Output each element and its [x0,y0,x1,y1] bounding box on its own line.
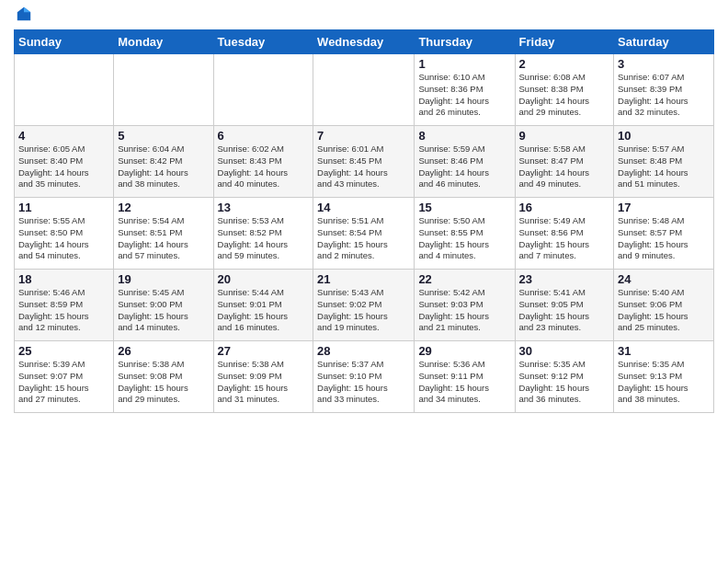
page: SundayMondayTuesdayWednesdayThursdayFrid… [0,0,728,563]
day-number: 6 [218,129,310,143]
logo [14,9,32,22]
calendar-cell: 2Sunrise: 6:08 AM Sunset: 8:38 PM Daylig… [515,54,614,126]
day-number: 5 [118,129,209,143]
logo-icon [16,6,32,22]
day-number: 27 [218,344,310,358]
calendar-header-sunday: Sunday [15,30,114,54]
day-number: 10 [618,129,710,143]
calendar-header-saturday: Saturday [614,30,714,54]
calendar-cell: 25Sunrise: 5:39 AM Sunset: 9:07 PM Dayli… [15,341,114,413]
calendar-cell: 7Sunrise: 6:01 AM Sunset: 8:45 PM Daylig… [313,126,415,198]
day-number: 31 [618,344,710,358]
calendar-cell: 29Sunrise: 5:36 AM Sunset: 9:11 PM Dayli… [415,341,515,413]
day-info: Sunrise: 6:02 AM Sunset: 8:43 PM Dayligh… [218,144,310,190]
calendar-cell: 20Sunrise: 5:44 AM Sunset: 9:01 PM Dayli… [213,270,313,341]
day-info: Sunrise: 5:43 AM Sunset: 9:02 PM Dayligh… [317,287,410,334]
day-number: 2 [519,57,610,71]
day-number: 23 [519,272,610,286]
day-number: 16 [519,201,610,214]
calendar-cell [313,54,415,126]
day-info: Sunrise: 5:48 AM Sunset: 8:57 PM Dayligh… [618,215,710,262]
calendar-cell [114,54,213,126]
calendar-cell: 21Sunrise: 5:43 AM Sunset: 9:02 PM Dayli… [313,270,415,341]
day-info: Sunrise: 6:04 AM Sunset: 8:42 PM Dayligh… [118,144,209,190]
day-number: 24 [618,272,710,286]
calendar-cell: 11Sunrise: 5:55 AM Sunset: 8:50 PM Dayli… [15,198,114,270]
calendar-header-monday: Monday [114,30,213,54]
day-number: 14 [317,201,410,214]
day-info: Sunrise: 6:10 AM Sunset: 8:36 PM Dayligh… [418,72,510,119]
day-number: 26 [118,344,209,358]
calendar-cell: 24Sunrise: 5:40 AM Sunset: 9:06 PM Dayli… [614,270,714,341]
day-info: Sunrise: 5:59 AM Sunset: 8:46 PM Dayligh… [418,144,510,190]
day-info: Sunrise: 6:01 AM Sunset: 8:45 PM Dayligh… [317,144,410,190]
day-info: Sunrise: 6:05 AM Sunset: 8:40 PM Dayligh… [18,144,109,190]
calendar-week-row: 18Sunrise: 5:46 AM Sunset: 8:59 PM Dayli… [15,270,714,341]
day-info: Sunrise: 5:35 AM Sunset: 9:13 PM Dayligh… [618,359,710,406]
calendar-cell: 22Sunrise: 5:42 AM Sunset: 9:03 PM Dayli… [415,270,515,341]
day-info: Sunrise: 5:44 AM Sunset: 9:01 PM Dayligh… [218,287,310,334]
day-number: 11 [18,201,109,214]
calendar-cell: 3Sunrise: 6:07 AM Sunset: 8:39 PM Daylig… [614,54,714,126]
calendar-cell: 27Sunrise: 5:38 AM Sunset: 9:09 PM Dayli… [213,341,313,413]
calendar-cell: 10Sunrise: 5:57 AM Sunset: 8:48 PM Dayli… [614,126,714,198]
calendar-cell: 18Sunrise: 5:46 AM Sunset: 8:59 PM Dayli… [15,270,114,341]
calendar-cell: 26Sunrise: 5:38 AM Sunset: 9:08 PM Dayli… [114,341,213,413]
day-info: Sunrise: 5:38 AM Sunset: 9:08 PM Dayligh… [118,359,209,406]
day-number: 30 [519,344,610,358]
day-info: Sunrise: 5:57 AM Sunset: 8:48 PM Dayligh… [618,144,710,190]
day-info: Sunrise: 5:58 AM Sunset: 8:47 PM Dayligh… [519,144,610,190]
day-number: 28 [317,344,410,358]
day-number: 3 [618,57,710,71]
day-info: Sunrise: 5:41 AM Sunset: 9:05 PM Dayligh… [519,287,610,334]
svg-marker-1 [24,7,30,12]
day-number: 13 [218,201,310,214]
calendar-header-row: SundayMondayTuesdayWednesdayThursdayFrid… [15,30,714,54]
day-number: 17 [618,201,710,214]
calendar-cell: 13Sunrise: 5:53 AM Sunset: 8:52 PM Dayli… [213,198,313,270]
day-info: Sunrise: 6:07 AM Sunset: 8:39 PM Dayligh… [618,72,710,119]
day-number: 9 [519,129,610,143]
calendar-header-friday: Friday [515,30,614,54]
calendar-cell: 4Sunrise: 6:05 AM Sunset: 8:40 PM Daylig… [15,126,114,198]
calendar-cell: 19Sunrise: 5:45 AM Sunset: 9:00 PM Dayli… [114,270,213,341]
calendar-week-row: 1Sunrise: 6:10 AM Sunset: 8:36 PM Daylig… [15,54,714,126]
day-number: 20 [218,272,310,286]
calendar-cell: 30Sunrise: 5:35 AM Sunset: 9:12 PM Dayli… [515,341,614,413]
day-info: Sunrise: 5:36 AM Sunset: 9:11 PM Dayligh… [418,359,510,406]
calendar-cell: 6Sunrise: 6:02 AM Sunset: 8:43 PM Daylig… [213,126,313,198]
calendar-cell: 23Sunrise: 5:41 AM Sunset: 9:05 PM Dayli… [515,270,614,341]
calendar-header-thursday: Thursday [415,30,515,54]
calendar-cell: 15Sunrise: 5:50 AM Sunset: 8:55 PM Dayli… [415,198,515,270]
day-info: Sunrise: 5:49 AM Sunset: 8:56 PM Dayligh… [519,215,610,262]
day-info: Sunrise: 5:55 AM Sunset: 8:50 PM Dayligh… [18,215,109,262]
header [14,9,714,22]
day-info: Sunrise: 5:46 AM Sunset: 8:59 PM Dayligh… [18,287,109,334]
day-info: Sunrise: 5:50 AM Sunset: 8:55 PM Dayligh… [418,215,510,262]
calendar-cell: 5Sunrise: 6:04 AM Sunset: 8:42 PM Daylig… [114,126,213,198]
day-info: Sunrise: 5:51 AM Sunset: 8:54 PM Dayligh… [317,215,410,262]
day-info: Sunrise: 5:42 AM Sunset: 9:03 PM Dayligh… [418,287,510,334]
calendar-cell: 1Sunrise: 6:10 AM Sunset: 8:36 PM Daylig… [415,54,515,126]
day-info: Sunrise: 6:08 AM Sunset: 8:38 PM Dayligh… [519,72,610,119]
calendar-cell: 14Sunrise: 5:51 AM Sunset: 8:54 PM Dayli… [313,198,415,270]
day-info: Sunrise: 5:40 AM Sunset: 9:06 PM Dayligh… [618,287,710,334]
day-number: 1 [418,57,510,71]
calendar-week-row: 4Sunrise: 6:05 AM Sunset: 8:40 PM Daylig… [15,126,714,198]
calendar-table: SundayMondayTuesdayWednesdayThursdayFrid… [14,29,714,413]
calendar-cell: 28Sunrise: 5:37 AM Sunset: 9:10 PM Dayli… [313,341,415,413]
day-info: Sunrise: 5:38 AM Sunset: 9:09 PM Dayligh… [218,359,310,406]
calendar-cell: 8Sunrise: 5:59 AM Sunset: 8:46 PM Daylig… [415,126,515,198]
calendar-week-row: 25Sunrise: 5:39 AM Sunset: 9:07 PM Dayli… [15,341,714,413]
calendar-cell: 17Sunrise: 5:48 AM Sunset: 8:57 PM Dayli… [614,198,714,270]
calendar-cell [213,54,313,126]
day-number: 25 [18,344,109,358]
calendar-week-row: 11Sunrise: 5:55 AM Sunset: 8:50 PM Dayli… [15,198,714,270]
calendar-cell: 31Sunrise: 5:35 AM Sunset: 9:13 PM Dayli… [614,341,714,413]
day-number: 15 [418,201,510,214]
calendar-cell: 12Sunrise: 5:54 AM Sunset: 8:51 PM Dayli… [114,198,213,270]
day-number: 22 [418,272,510,286]
day-info: Sunrise: 5:39 AM Sunset: 9:07 PM Dayligh… [18,359,109,406]
day-number: 12 [118,201,209,214]
calendar-cell: 16Sunrise: 5:49 AM Sunset: 8:56 PM Dayli… [515,198,614,270]
